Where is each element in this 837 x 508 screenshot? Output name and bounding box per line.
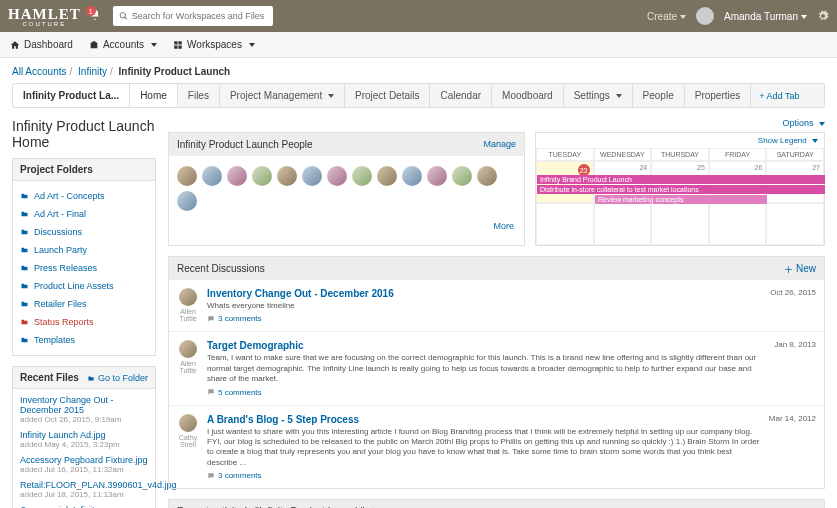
project-folders-panel: Project Folders Ad Art - ConceptsAd Art … [12, 158, 156, 356]
avatar[interactable] [302, 166, 322, 186]
avatar[interactable] [227, 166, 247, 186]
recent-file[interactable]: Retail:FLOOR_PLAN.3990601_v4d.jpgadded J… [20, 480, 148, 499]
search-box[interactable] [113, 6, 273, 26]
user-avatar[interactable] [696, 7, 714, 25]
tab-files[interactable]: Files [178, 84, 220, 107]
folder-icon [20, 300, 29, 308]
folder-item[interactable]: Discussions [20, 223, 148, 241]
avatar[interactable] [277, 166, 297, 186]
comment-icon [207, 315, 215, 323]
page-title: Infinity Product Launch Home [12, 118, 156, 150]
user-name[interactable]: Amanda Turman [724, 11, 807, 22]
folder-item[interactable]: Press Releases [20, 259, 148, 277]
folder-icon [20, 282, 29, 290]
cal-event[interactable]: Infinity Brand Product Launch [537, 175, 825, 184]
cal-day: SATURDAY [766, 148, 824, 161]
tab-project-details[interactable]: Project Details [345, 84, 430, 107]
discussion-item: Allen TuttleTarget DemographicTeam, I wa… [169, 332, 824, 405]
search-input[interactable] [132, 11, 267, 21]
folder-item[interactable]: Retailer Files [20, 295, 148, 313]
avatar[interactable] [352, 166, 372, 186]
discussion-text: Team, I want to make sure that we are fo… [207, 353, 766, 384]
folder-icon [20, 228, 29, 236]
avatar[interactable] [177, 166, 197, 186]
tab-settings[interactable]: Settings [564, 84, 633, 107]
folder-item[interactable]: Product Line Assets [20, 277, 148, 295]
options-menu[interactable]: Options [168, 118, 825, 128]
nav-workspaces[interactable]: Workspaces [173, 39, 255, 50]
folder-item[interactable]: Templates [20, 331, 148, 349]
avatar[interactable] [452, 166, 472, 186]
folder-icon [20, 264, 29, 272]
folder-item[interactable]: Ad Art - Concepts [20, 187, 148, 205]
tabbar: Infinity Product La... Home Files Projec… [12, 83, 825, 108]
show-legend[interactable]: Show Legend [758, 136, 818, 145]
cal-cell[interactable] [651, 203, 709, 245]
gear-icon[interactable] [817, 10, 829, 22]
create-menu[interactable]: Create [647, 11, 686, 22]
brand-name: HAMLET [8, 6, 81, 22]
recent-file[interactable]: Inventory Change Out - December 2015adde… [20, 395, 148, 424]
go-to-folder[interactable]: Go to Folder [87, 373, 148, 383]
discussion-date: Oct 26, 2015 [770, 288, 816, 323]
discussion-title[interactable]: A Brand's Blog - 5 Step Process [207, 414, 359, 425]
folder-icon [20, 192, 29, 200]
cal-cell[interactable] [709, 203, 767, 245]
avatar[interactable] [179, 414, 197, 432]
new-discussion[interactable]: New [784, 263, 816, 274]
tab-people[interactable]: People [633, 84, 685, 107]
tab-project-management[interactable]: Project Management [220, 84, 345, 107]
discussion-item: Cathy StrellA Brand's Blog - 5 Step Proc… [169, 406, 824, 489]
brand[interactable]: HAMLET COUTURE [8, 6, 81, 27]
avatar[interactable] [402, 166, 422, 186]
more-people[interactable]: More [493, 221, 514, 231]
crumb-root[interactable]: All Accounts [12, 66, 66, 77]
comment-icon [207, 472, 215, 480]
discussion-item: Allen TuttleInventory Change Out - Decem… [169, 280, 824, 332]
cal-cell[interactable]: 23 Infinity Brand Product Launch Distrib… [536, 161, 594, 203]
folder-icon [20, 318, 29, 326]
crumb-acct[interactable]: Infinity [78, 66, 107, 77]
cal-cell[interactable] [536, 203, 594, 245]
tab-home[interactable]: Home [130, 84, 178, 107]
cal-day: WEDNESDAY [594, 148, 652, 161]
discussion-comments[interactable]: 5 comments [207, 388, 766, 397]
avatar[interactable] [202, 166, 222, 186]
folder-item[interactable]: Ad Art - Final [20, 205, 148, 223]
cal-cell[interactable] [594, 203, 652, 245]
plus-icon [784, 265, 793, 274]
manage-people[interactable]: Manage [483, 139, 516, 150]
recent-file[interactable]: Infinity Launch Ad.jpgadded May 4, 2015,… [20, 430, 148, 449]
tab-calendar[interactable]: Calendar [430, 84, 492, 107]
avatar[interactable] [327, 166, 347, 186]
discussion-comments[interactable]: 3 comments [207, 471, 761, 480]
folder-item[interactable]: Launch Party [20, 241, 148, 259]
nav-accounts[interactable]: Accounts [89, 39, 157, 50]
discussions-panel: Recent Discussions New Allen TuttleInven… [168, 256, 825, 489]
avatar[interactable] [177, 191, 197, 211]
avatar[interactable] [477, 166, 497, 186]
cal-cell[interactable] [766, 203, 824, 245]
discussion-title[interactable]: Target Demographic [207, 340, 304, 351]
avatar[interactable] [179, 288, 197, 306]
home-icon [10, 40, 20, 50]
avatar[interactable] [252, 166, 272, 186]
recent-file[interactable]: Accessory Pegboard Fixture.jpgadded Jul … [20, 455, 148, 474]
folders-header: Project Folders [13, 159, 155, 181]
avatar[interactable] [427, 166, 447, 186]
tab-properties[interactable]: Properties [685, 84, 752, 107]
add-tab[interactable]: + Add Tab [751, 85, 807, 107]
discussion-comments[interactable]: 3 comments [207, 314, 762, 323]
people-header: Infinity Product Launch People [177, 139, 313, 150]
cal-event[interactable]: Review marketing concepts [595, 195, 767, 204]
top-right: Create Amanda Turman [647, 7, 829, 25]
avatar[interactable] [377, 166, 397, 186]
discussion-title[interactable]: Inventory Change Out - December 2016 [207, 288, 394, 299]
grid-icon [173, 40, 183, 50]
avatar[interactable] [179, 340, 197, 358]
folder-item[interactable]: Status Reports [20, 313, 148, 331]
cal-event[interactable]: Distribute in-store collateral to test m… [537, 185, 825, 194]
tab-moodboard[interactable]: Moodboard [492, 84, 564, 107]
nav-dashboard[interactable]: Dashboard [10, 39, 73, 50]
notifications[interactable]: 1 [89, 9, 101, 23]
